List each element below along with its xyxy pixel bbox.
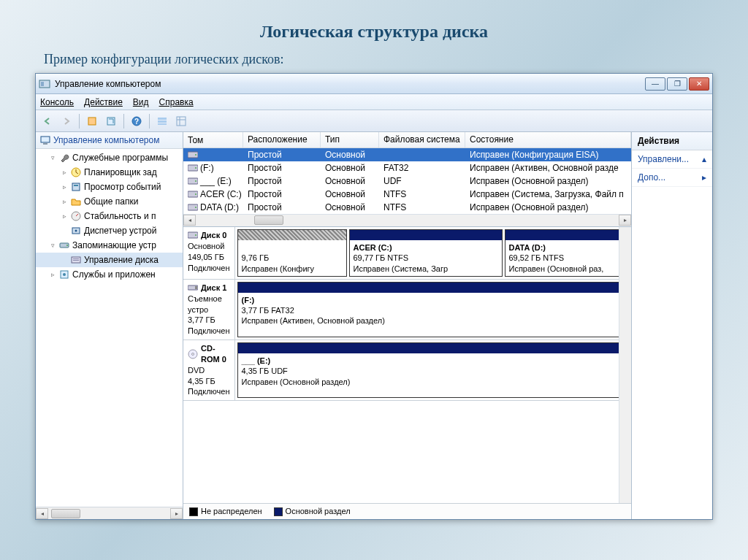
expand-icon[interactable]: ▿ [49, 154, 56, 161]
help-button[interactable]: ? [128, 112, 145, 130]
svg-point-26 [63, 273, 66, 276]
volume-row[interactable]: ПростойОсновнойИсправен (Конфигурация EI… [183, 148, 631, 161]
forward-button[interactable] [58, 112, 75, 130]
titlebar[interactable]: Управление компьютером — ❐ ✕ [36, 74, 712, 94]
tree-node[interactable]: ▹Планировщик зад [36, 165, 183, 180]
partition[interactable]: ___ (E:)4,35 ГБ UDFИсправен (Основной ра… [237, 342, 619, 398]
svg-point-32 [195, 180, 196, 182]
svg-point-28 [195, 154, 196, 156]
disk-vscroll[interactable] [619, 227, 631, 503]
main-panel: Том Расположение Тип Файловая система Со… [183, 132, 632, 519]
tree-label: Управление диска [84, 255, 159, 265]
refresh-button[interactable] [102, 112, 120, 130]
svg-rect-9 [177, 117, 186, 126]
tree-node[interactable]: ▿Служебные программы [36, 150, 183, 165]
nav-tree[interactable]: ▿Служебные программы▹Планировщик зад▹Про… [36, 149, 183, 507]
chevron-right-icon: ▸ [702, 172, 706, 183]
tree-label: Службы и приложен [72, 269, 156, 280]
tree-node[interactable]: Управление диска [36, 253, 183, 267]
col-state[interactable]: Состояние [465, 132, 631, 147]
expand-icon[interactable]: ▹ [61, 212, 68, 220]
scroll-thumb[interactable] [51, 509, 80, 518]
expand-icon[interactable] [61, 256, 68, 264]
volume-row[interactable]: DATA (D:)ПростойОсновнойNTFSИсправен (Ос… [183, 201, 631, 214]
partition[interactable]: (F:)3,77 ГБ FAT32Исправен (Активен, Осно… [237, 282, 619, 337]
tree-node[interactable]: ▹Службы и приложен [36, 267, 183, 282]
action-more[interactable]: Допо...▸ [632, 169, 712, 187]
view-details-button[interactable] [172, 112, 190, 130]
svg-rect-24 [73, 260, 79, 261]
clock-icon [70, 166, 82, 178]
menu-help[interactable]: Справка [159, 97, 194, 107]
back-button[interactable] [39, 112, 56, 130]
col-fs[interactable]: Файловая система [379, 132, 465, 147]
disk-icon [70, 254, 82, 266]
perf-icon [70, 210, 82, 222]
disk-row: Диск 1Съемное устро3,77 ГБПодключен(F:)3… [183, 280, 619, 340]
expand-icon[interactable]: ▹ [61, 183, 68, 191]
tree-node[interactable]: Диспетчер устрой [36, 223, 183, 238]
col-location[interactable]: Расположение [243, 132, 321, 147]
svg-rect-6 [158, 118, 167, 120]
svg-rect-8 [158, 123, 167, 125]
svg-rect-23 [73, 258, 79, 259]
maximize-button[interactable]: ❐ [667, 77, 687, 91]
menu-action[interactable]: Действие [84, 97, 123, 107]
disk-row: CD-ROM 0DVD4,35 ГБПодключен___ (E:)4,35 … [183, 340, 619, 401]
tree-header[interactable]: Управление компьютером [36, 132, 183, 149]
close-button[interactable]: ✕ [689, 77, 709, 91]
properties-button[interactable] [83, 112, 101, 130]
device-icon [70, 225, 82, 237]
svg-rect-7 [158, 120, 167, 123]
svg-point-19 [75, 230, 77, 232]
tree-node[interactable]: ▿Запоминающие устр [36, 238, 183, 253]
svg-rect-2 [88, 118, 96, 125]
disk-info[interactable]: Диск 1Съемное устро3,77 ГБПодключен [183, 280, 235, 340]
volume-table-header[interactable]: Том Расположение Тип Файловая система Со… [183, 132, 631, 148]
volume-row[interactable]: ___ (E:)ПростойОсновнойUDFИсправен (Осно… [183, 174, 631, 188]
menu-view[interactable]: Вид [133, 97, 149, 107]
scroll-left-button[interactable]: ◂ [36, 508, 48, 519]
svg-rect-12 [41, 137, 50, 142]
svg-point-36 [195, 207, 196, 208]
volume-row[interactable]: (F:)ПростойОсновнойFAT32Исправен (Активе… [183, 161, 631, 174]
col-type[interactable]: Тип [321, 132, 379, 147]
collapse-icon: ▴ [702, 154, 706, 164]
expand-icon[interactable]: ▹ [49, 271, 56, 278]
svg-rect-1 [41, 82, 44, 86]
minimize-button[interactable]: — [645, 77, 665, 91]
tree-label: Общие папки [84, 196, 138, 207]
disk-info[interactable]: Диск 0Основной149,05 ГБПодключен [183, 227, 235, 279]
partition[interactable]: 9,76 ГБИсправен (Конфигу [237, 229, 347, 277]
legend-unalloc: Не распределен [189, 507, 262, 516]
expand-icon[interactable]: ▿ [49, 242, 56, 249]
svg-rect-13 [43, 143, 47, 145]
volume-table: Том Расположение Тип Файловая система Со… [183, 132, 631, 227]
svg-point-38 [195, 234, 196, 236]
tree-label: Просмотр событий [84, 182, 161, 192]
scroll-right-button[interactable]: ▸ [170, 508, 183, 519]
expand-icon[interactable] [61, 227, 68, 234]
view-list-button[interactable] [153, 112, 171, 130]
tree-node[interactable]: ▹Просмотр событий [36, 180, 183, 194]
expand-icon[interactable]: ▹ [61, 169, 68, 176]
action-manage[interactable]: Управлени...▴ [632, 150, 712, 169]
event-icon [70, 181, 82, 193]
col-tom[interactable]: Том [183, 132, 243, 147]
actions-header: Действия [632, 132, 712, 150]
tree-node[interactable]: ▹Стабильность и п [36, 209, 183, 223]
app-icon [39, 78, 50, 90]
partition[interactable]: DATA (D:)69,52 ГБ NTFSИсправен (Основной… [505, 229, 619, 277]
svg-point-42 [192, 353, 194, 355]
hdd-icon [188, 230, 198, 240]
drive-icon [188, 150, 198, 160]
volume-row[interactable]: ACER (C:)ПростойОсновнойNTFSИсправен (Си… [183, 188, 631, 201]
expand-icon[interactable]: ▹ [61, 198, 68, 205]
drive-icon [188, 163, 198, 173]
tree-hscroll[interactable]: ◂ ▸ [36, 507, 183, 519]
menu-console[interactable]: Консоль [40, 97, 74, 107]
partition[interactable]: ACER (C:)69,77 ГБ NTFSИсправен (Система,… [349, 229, 503, 277]
disk-info[interactable]: CD-ROM 0DVD4,35 ГБПодключен [183, 340, 235, 400]
volume-table-hscroll[interactable]: ◂ ▸ [183, 214, 631, 226]
tree-node[interactable]: ▹Общие папки [36, 194, 183, 209]
